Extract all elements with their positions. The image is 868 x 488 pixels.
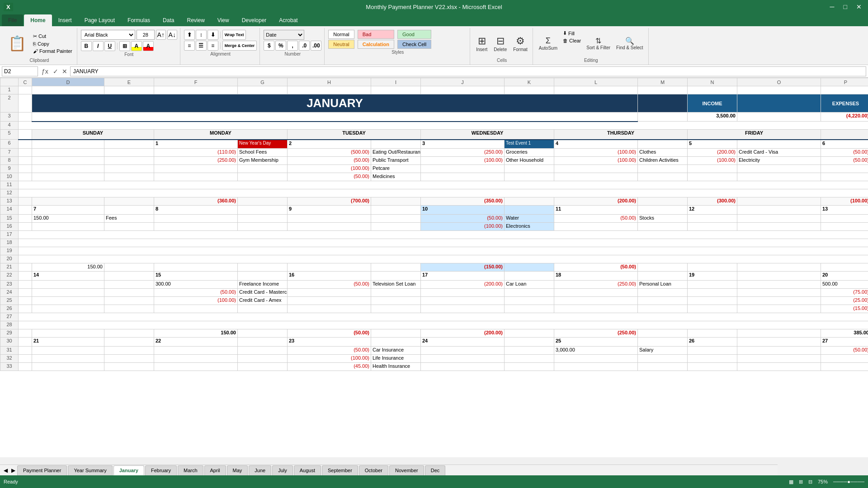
align-center-btn[interactable]: ☰ bbox=[196, 41, 207, 51]
align-middle-btn[interactable]: ↕ bbox=[196, 30, 207, 40]
mon-w3-exp2-desc[interactable]: Credit Card - Amex bbox=[238, 297, 288, 305]
minimize-btn[interactable]: ─ bbox=[827, 2, 837, 11]
thu-w1-exp1-amt[interactable]: (100.00) bbox=[554, 149, 638, 157]
tab-dec[interactable]: Dec bbox=[425, 465, 446, 475]
zoom-slider[interactable]: ────●──── bbox=[833, 479, 864, 484]
tab-formulas[interactable]: Formulas bbox=[121, 14, 156, 26]
wed-w1-exp1-amt[interactable]: (250.00) bbox=[421, 149, 505, 157]
currency-btn[interactable]: $ bbox=[264, 41, 274, 51]
fri-w1-exp1-amt[interactable]: (200.00) bbox=[688, 149, 737, 157]
wed-w1-exp1-desc[interactable]: Groceries bbox=[505, 149, 554, 157]
tab-acrobat[interactable]: Acrobat bbox=[273, 14, 304, 26]
thu-w4-income-amt[interactable]: 3,000.00 bbox=[554, 347, 638, 355]
tab-november[interactable]: November bbox=[389, 465, 424, 475]
page-break-icon[interactable]: ⊟ bbox=[808, 479, 812, 485]
tab-insert[interactable]: Insert bbox=[52, 14, 78, 26]
date-tue-w2[interactable]: 9 bbox=[288, 206, 371, 215]
tab-april[interactable]: April bbox=[204, 465, 226, 475]
tue-w3-total[interactable]: (50.00) bbox=[288, 329, 371, 338]
bold-button[interactable]: B bbox=[81, 41, 92, 51]
fri-w1-total[interactable]: (300.00) bbox=[688, 197, 737, 206]
expenses-header[interactable]: EXPENSES bbox=[821, 94, 868, 113]
date-thu-w4[interactable]: 25 bbox=[554, 338, 638, 347]
insert-button[interactable]: ⊞ Insert bbox=[474, 30, 490, 57]
tue-w4-exp3-desc[interactable]: Health Insurance bbox=[371, 363, 421, 371]
tue-w4-exp2-desc[interactable]: Life Insurance bbox=[371, 355, 421, 363]
col-C[interactable]: C bbox=[19, 78, 32, 86]
date-sat-w3[interactable]: 20 bbox=[821, 272, 868, 281]
thu-w2-exp1-desc[interactable]: Stocks bbox=[638, 215, 688, 223]
date-wed-w4[interactable]: 24 bbox=[421, 338, 505, 347]
fill-button[interactable]: ⬇ Fill bbox=[561, 30, 583, 37]
date-sat-w1[interactable]: 6 bbox=[821, 140, 868, 149]
col-P[interactable]: P bbox=[821, 78, 868, 86]
wed-w3-exp1-desc[interactable]: Car Loan bbox=[505, 281, 554, 289]
tue-w4-exp1-amt[interactable]: (50.00) bbox=[288, 347, 371, 355]
style-check-cell[interactable]: Check Cell bbox=[397, 40, 431, 49]
col-O[interactable]: O bbox=[737, 78, 821, 86]
merge-center-button[interactable]: Merge & Center bbox=[222, 41, 257, 51]
date-sat-w2[interactable]: 13 bbox=[821, 206, 868, 215]
next-sheet-btn[interactable]: ▶ bbox=[9, 467, 17, 474]
date-sun-w4[interactable]: 21 bbox=[32, 338, 104, 347]
col-G[interactable]: G bbox=[238, 78, 288, 86]
format-painter-button[interactable]: 🖌Format Painter bbox=[31, 48, 74, 54]
align-right-btn[interactable]: ≡ bbox=[208, 41, 218, 51]
income-value[interactable]: 3,500.00 bbox=[688, 113, 737, 122]
date-tue-w1[interactable]: 2 bbox=[288, 140, 371, 149]
sat-w3-exp2-amt[interactable]: (75.00) bbox=[821, 289, 868, 297]
thu-w1-exp1-desc[interactable]: Clothes bbox=[638, 149, 688, 157]
format-button[interactable]: ⚙ Format bbox=[511, 30, 530, 57]
thu-w3-exp1-desc[interactable]: Personal Loan bbox=[638, 281, 688, 289]
wed-w2-total[interactable]: (150.00) bbox=[421, 263, 505, 272]
cell-reference-input[interactable] bbox=[2, 66, 38, 76]
date-tue-w4[interactable]: 23 bbox=[288, 338, 371, 347]
increase-font-btn[interactable]: A↑ bbox=[156, 30, 166, 40]
sat-w4-exp1-amt[interactable]: (50.00) bbox=[821, 347, 868, 355]
thu-w1-exp2-amt[interactable]: (100.00) bbox=[554, 157, 638, 165]
thu-w1-total[interactable]: (200.00) bbox=[554, 197, 638, 206]
formula-input[interactable] bbox=[70, 66, 866, 76]
fri-w1-exp2-amt[interactable]: (100.00) bbox=[688, 157, 737, 165]
tab-year-summary[interactable]: Year Summary bbox=[68, 465, 112, 475]
col-M[interactable]: M bbox=[638, 78, 688, 86]
font-color-button[interactable]: A bbox=[143, 41, 154, 51]
sat-w1-total[interactable]: (100.00) bbox=[821, 197, 868, 206]
wed-w1-exp2-amt[interactable]: (100.00) bbox=[421, 157, 505, 165]
wed-w3-exp1-amt[interactable]: (200.00) bbox=[421, 281, 505, 289]
wed-w1-total[interactable]: (350.00) bbox=[421, 197, 505, 206]
date-tue-w3[interactable]: 16 bbox=[288, 272, 371, 281]
normal-view-icon[interactable]: ▦ bbox=[789, 479, 793, 485]
tab-september[interactable]: September bbox=[322, 465, 358, 475]
comma-btn[interactable]: , bbox=[287, 41, 298, 51]
fill-color-button[interactable]: A bbox=[131, 41, 142, 51]
sat-w1-exp1-amt[interactable]: (50.00) bbox=[821, 149, 868, 157]
date-fri-w3[interactable]: 19 bbox=[688, 272, 737, 281]
tab-data[interactable]: Data bbox=[156, 14, 180, 26]
sat-w3-total[interactable]: 385.00 bbox=[821, 329, 868, 338]
sat-w3-exp3-amt[interactable]: (25.00) bbox=[821, 297, 868, 305]
event-newyear[interactable]: New Year's Day bbox=[238, 140, 288, 149]
mon-w1-exp2-amt[interactable]: (250.00) bbox=[154, 157, 238, 165]
thu-w4-income-desc[interactable]: Salary bbox=[638, 347, 688, 355]
tab-july[interactable]: July bbox=[272, 465, 293, 475]
january-header[interactable]: JANUARY bbox=[32, 94, 638, 113]
find-select-button[interactable]: 🔍 Find & Select bbox=[614, 30, 645, 57]
percent-btn[interactable]: % bbox=[275, 41, 286, 51]
date-sun-w2[interactable]: 7 bbox=[32, 206, 104, 215]
mon-w3-income-amt[interactable]: 300.00 bbox=[154, 281, 238, 289]
date-sun-w1[interactable] bbox=[32, 140, 104, 149]
col-H[interactable]: H bbox=[288, 78, 371, 86]
date-thu-w1[interactable]: 4 bbox=[554, 140, 638, 149]
mon-w1-total[interactable]: (360.00) bbox=[154, 197, 238, 206]
income-header[interactable]: INCOME bbox=[688, 94, 737, 113]
col-K[interactable]: K bbox=[505, 78, 554, 86]
thu-w2-total[interactable]: (50.00) bbox=[554, 263, 638, 272]
mon-w3-income-desc[interactable]: Freelance Income bbox=[238, 281, 288, 289]
autosum-button[interactable]: Σ AutoSum bbox=[537, 30, 560, 57]
mon-w1-exp1-desc[interactable]: School Fees bbox=[238, 149, 288, 157]
date-wed-w3[interactable]: 17 bbox=[421, 272, 505, 281]
wrap-text-button[interactable]: Wrap Text bbox=[222, 30, 246, 40]
prev-sheet-btn[interactable]: ◀ bbox=[2, 467, 9, 474]
style-bad[interactable]: Bad bbox=[358, 30, 394, 39]
